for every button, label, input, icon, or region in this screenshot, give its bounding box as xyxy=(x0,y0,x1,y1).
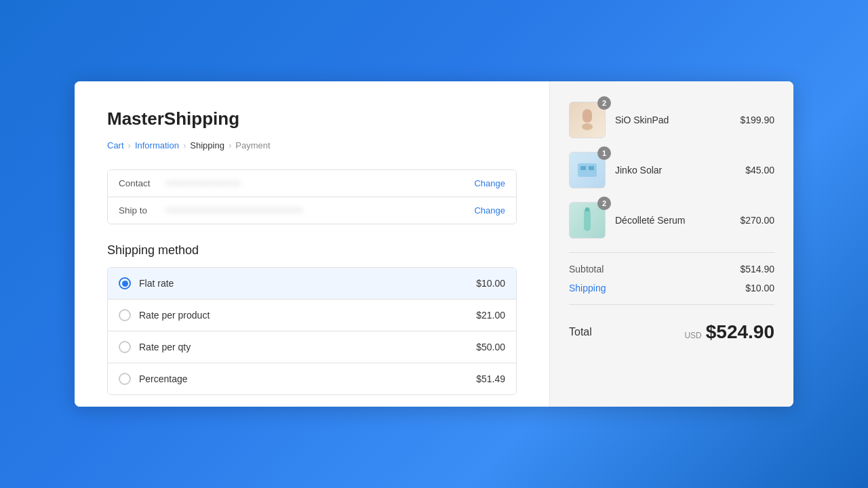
contact-label: Contact xyxy=(119,178,166,188)
shipping-options: Flat rate $10.00 Rate per product $21.00… xyxy=(107,267,517,395)
item-badge-decollete: 2 xyxy=(597,197,611,210)
info-box: Contact ••••••••••••••••• Change Ship to… xyxy=(107,169,517,224)
breadcrumb-payment: Payment xyxy=(235,140,270,150)
shipping-row: Shipping $10.00 xyxy=(569,279,774,298)
breadcrumb-information[interactable]: Information xyxy=(135,140,179,150)
order-items: 2 SiO SkinPad $199.90 1 xyxy=(569,102,774,239)
total-value-wrap: USD $524.90 xyxy=(684,321,774,343)
total-label: Total xyxy=(569,326,592,338)
shipping-option-flat-rate[interactable]: Flat rate $10.00 xyxy=(108,268,516,300)
order-item-sio: 2 SiO SkinPad $199.90 xyxy=(569,102,774,138)
item-name-sio: SiO SkinPad xyxy=(615,115,740,125)
right-panel: 2 SiO SkinPad $199.90 1 xyxy=(549,81,793,407)
item-img-wrap-jinko: 1 xyxy=(569,152,606,188)
svg-point-1 xyxy=(582,123,593,130)
total-row: Total USD $524.90 xyxy=(569,312,774,343)
option-price-percentage: $51.49 xyxy=(476,373,505,384)
option-price-flat-rate: $10.00 xyxy=(476,278,505,289)
subtotal-row: Subtotal $514.90 xyxy=(569,260,774,279)
svg-rect-6 xyxy=(585,207,589,211)
svg-rect-0 xyxy=(583,109,592,123)
radio-per-product xyxy=(119,309,131,321)
left-panel: MasterShipping Cart › Information › Ship… xyxy=(75,81,549,407)
shipping-option-per-qty[interactable]: Rate per qty $50.00 xyxy=(108,331,516,363)
radio-per-qty xyxy=(119,341,131,353)
checkout-container: MasterShipping Cart › Information › Ship… xyxy=(75,81,793,407)
radio-percentage xyxy=(119,373,131,385)
divider-2 xyxy=(569,304,774,305)
option-price-per-qty: $50.00 xyxy=(476,342,505,352)
svg-rect-5 xyxy=(584,208,591,231)
shipping-option-percentage[interactable]: Percentage $51.49 xyxy=(108,363,516,394)
sep1: › xyxy=(128,140,131,150)
contact-change-link[interactable]: Change xyxy=(474,178,505,188)
shipping-label: Shipping xyxy=(569,283,606,293)
item-img-wrap-decollete: 2 xyxy=(569,202,606,239)
svg-rect-4 xyxy=(589,166,594,170)
shipto-value: ••••••••••••••••••••••••••••••• xyxy=(166,205,474,216)
svg-rect-2 xyxy=(578,163,597,177)
order-item-decollete: 2 Décolleté Serum $270.00 xyxy=(569,202,774,239)
breadcrumb-shipping: Shipping xyxy=(190,140,224,150)
subtotal-label: Subtotal xyxy=(569,264,604,274)
option-name-per-product: Rate per product xyxy=(139,310,476,321)
shipping-section-title: Shipping method xyxy=(107,243,517,258)
shipto-change-link[interactable]: Change xyxy=(474,205,505,216)
item-price-decollete: $270.00 xyxy=(740,215,774,226)
item-price-sio: $199.90 xyxy=(740,115,774,125)
option-name-flat-rate: Flat rate xyxy=(139,278,476,289)
radio-flat-rate xyxy=(119,277,131,289)
breadcrumb: Cart › Information › Shipping › Payment xyxy=(107,140,517,150)
item-name-decollete: Décolleté Serum xyxy=(615,215,740,226)
shipto-label: Ship to xyxy=(119,205,166,216)
contact-value: ••••••••••••••••• xyxy=(166,178,474,188)
subtotal-value: $514.90 xyxy=(740,264,774,274)
total-currency: USD xyxy=(684,331,701,340)
item-img-wrap-sio: 2 xyxy=(569,102,606,138)
svg-rect-3 xyxy=(580,166,586,170)
item-price-jinko: $45.00 xyxy=(745,165,774,176)
option-name-per-qty: Rate per qty xyxy=(139,342,476,352)
sep3: › xyxy=(229,140,231,150)
radio-inner-flat-rate xyxy=(122,281,128,287)
store-name: MasterShipping xyxy=(107,108,517,129)
sep2: › xyxy=(183,140,186,150)
contact-row: Contact ••••••••••••••••• Change xyxy=(108,170,516,197)
total-amount: $524.90 xyxy=(706,321,774,343)
option-price-per-product: $21.00 xyxy=(476,310,505,321)
breadcrumb-cart[interactable]: Cart xyxy=(107,140,124,150)
shipto-row: Ship to ••••••••••••••••••••••••••••••• … xyxy=(108,197,516,224)
shipping-option-per-product[interactable]: Rate per product $21.00 xyxy=(108,300,516,331)
item-badge-sio: 2 xyxy=(597,96,611,110)
order-item-jinko: 1 Jinko Solar $45.00 xyxy=(569,152,774,188)
item-name-jinko: Jinko Solar xyxy=(615,165,745,176)
option-name-percentage: Percentage xyxy=(139,373,476,384)
divider-1 xyxy=(569,252,774,253)
shipping-value: $10.00 xyxy=(745,283,774,293)
item-badge-jinko: 1 xyxy=(597,146,611,160)
